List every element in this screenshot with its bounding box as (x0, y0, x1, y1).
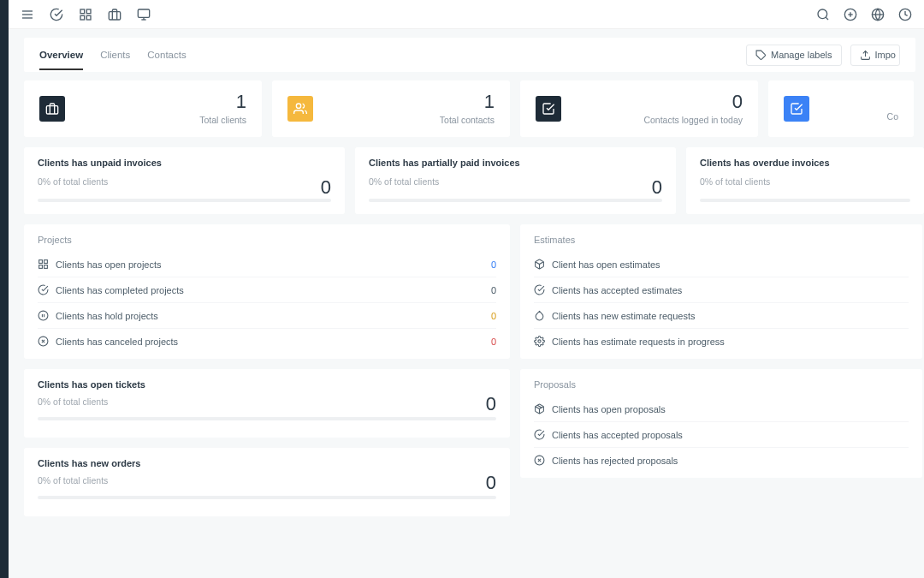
tab-overview[interactable]: Overview (39, 39, 83, 70)
card-unpaid-invoices: Clients has unpaid invoices 0% of total … (24, 147, 345, 214)
svg-rect-5 (86, 15, 91, 20)
stat-total-contacts: 1 Total contacts (272, 80, 510, 137)
box-icon (534, 259, 545, 270)
row-label: Clients has accepted proposals (552, 430, 683, 440)
card-sub: 0% of total clients (38, 475, 496, 486)
card-sub: 0% of total clients (38, 176, 331, 187)
card-title: Clients has overdue invoices (700, 158, 910, 168)
check-square-icon (536, 96, 561, 122)
row-value: 0 (491, 311, 496, 321)
card-overdue-invoices: Clients has overdue invoices 0% of total… (686, 147, 924, 214)
row-label: Clients has rejected proposals (552, 456, 678, 466)
card-value: 0 (652, 176, 662, 199)
row-open-projects[interactable]: Clients has open projects 0 (38, 252, 496, 277)
row-value: 0 (491, 285, 496, 295)
row-label: Clients has hold projects (56, 311, 158, 321)
stat-total-clients: 1 Total clients (24, 80, 262, 137)
row-accepted-estimates[interactable]: Clients has accepted estimates (534, 277, 909, 302)
row-open-proposals[interactable]: Clients has open proposals (534, 396, 909, 421)
svg-rect-21 (46, 106, 57, 114)
row-label: Clients has open projects (56, 259, 162, 270)
progress-bar (38, 417, 496, 420)
row-label: Clients has accepted estimates (552, 285, 682, 295)
briefcase-icon (39, 96, 65, 122)
card-sub: 0% of total clients (700, 176, 910, 187)
panel-title: Estimates (534, 235, 909, 245)
tab-clients[interactable]: Clients (100, 39, 130, 70)
row-label: Clients has new estimate requests (552, 311, 696, 321)
droplet-icon (534, 310, 545, 321)
progress-bar (38, 199, 331, 202)
tab-contacts[interactable]: Contacts (147, 39, 186, 70)
svg-rect-26 (39, 265, 43, 269)
stat-value: 0 (643, 92, 743, 111)
card-title: Clients has partially paid invoices (369, 158, 662, 168)
stat-label: Co (887, 111, 898, 122)
check-square-icon (784, 96, 809, 122)
menu-icon[interactable] (21, 8, 34, 21)
card-value: 0 (486, 472, 496, 494)
svg-rect-4 (86, 9, 91, 14)
briefcase-icon[interactable] (108, 8, 121, 21)
row-label: Clients has estimate requests in progres… (552, 337, 725, 347)
svg-point-22 (296, 104, 300, 108)
row-label: Clients has canceled projects (56, 337, 178, 347)
x-circle-icon (38, 336, 49, 347)
panel-new-orders: Clients has new orders 0% of total clien… (24, 448, 510, 516)
check-circle-icon[interactable] (50, 8, 63, 21)
check-circle-icon (38, 284, 49, 295)
svg-line-35 (537, 405, 542, 408)
svg-rect-8 (138, 9, 149, 17)
grid-icon (38, 259, 49, 270)
panel-estimates: Estimates Client has open estimates Clie… (520, 224, 922, 359)
panel-title: Clients has new orders (38, 458, 496, 468)
row-estimate-inprogress[interactable]: Clients has estimate requests in progres… (534, 328, 909, 354)
card-value: 0 (486, 393, 496, 415)
row-hold-projects[interactable]: Clients has hold projects 0 (38, 302, 496, 328)
globe-icon[interactable] (871, 8, 885, 21)
progress-bar (369, 199, 662, 202)
svg-rect-6 (80, 15, 85, 20)
x-circle-icon (534, 455, 545, 466)
row-rejected-proposals[interactable]: Clients has rejected proposals (534, 447, 909, 473)
plus-circle-icon[interactable] (844, 8, 857, 21)
svg-rect-3 (80, 9, 85, 14)
stat-label: Contacts logged in today (643, 115, 743, 125)
svg-point-11 (818, 9, 827, 19)
stat-card-cutoff: Co (768, 80, 914, 137)
check-circle-icon (534, 284, 545, 295)
row-value: 0 (491, 337, 496, 347)
sidebar-collapsed (0, 0, 9, 578)
svg-rect-7 (109, 11, 120, 19)
card-title: Clients has unpaid invoices (38, 158, 331, 168)
import-button[interactable]: Impo (850, 45, 900, 66)
row-completed-projects[interactable]: Clients has completed projects 0 (38, 277, 496, 302)
panel-projects: Projects Clients has open projects 0 Cli… (24, 224, 510, 359)
card-sub: 0% of total clients (369, 176, 662, 187)
card-partial-invoices: Clients has partially paid invoices 0% o… (355, 147, 676, 214)
monitor-icon[interactable] (137, 8, 151, 21)
progress-bar (700, 199, 910, 202)
card-sub: 0% of total clients (38, 396, 496, 407)
row-label: Clients has completed projects (56, 285, 184, 295)
search-icon[interactable] (816, 8, 830, 21)
row-canceled-projects[interactable]: Clients has canceled projects 0 (38, 328, 496, 354)
manage-labels-button[interactable]: Manage labels (746, 45, 842, 66)
pause-circle-icon (38, 310, 49, 321)
svg-rect-24 (44, 260, 48, 264)
import-label: Impo (875, 50, 896, 60)
panel-title: Proposals (534, 379, 909, 390)
row-label: Client has open estimates (552, 259, 660, 270)
clock-icon[interactable] (898, 8, 912, 21)
row-label: Clients has open proposals (552, 404, 666, 414)
progress-bar (38, 496, 496, 499)
panel-title: Clients has open tickets (38, 379, 496, 390)
svg-line-12 (826, 17, 828, 20)
row-accepted-proposals[interactable]: Clients has accepted proposals (534, 421, 909, 447)
users-icon (287, 96, 313, 122)
row-open-estimates[interactable]: Client has open estimates (534, 252, 909, 277)
manage-labels-label: Manage labels (771, 50, 832, 60)
row-new-estimate-requests[interactable]: Clients has new estimate requests (534, 302, 909, 328)
grid-icon[interactable] (79, 8, 92, 21)
settings-icon (534, 336, 545, 347)
